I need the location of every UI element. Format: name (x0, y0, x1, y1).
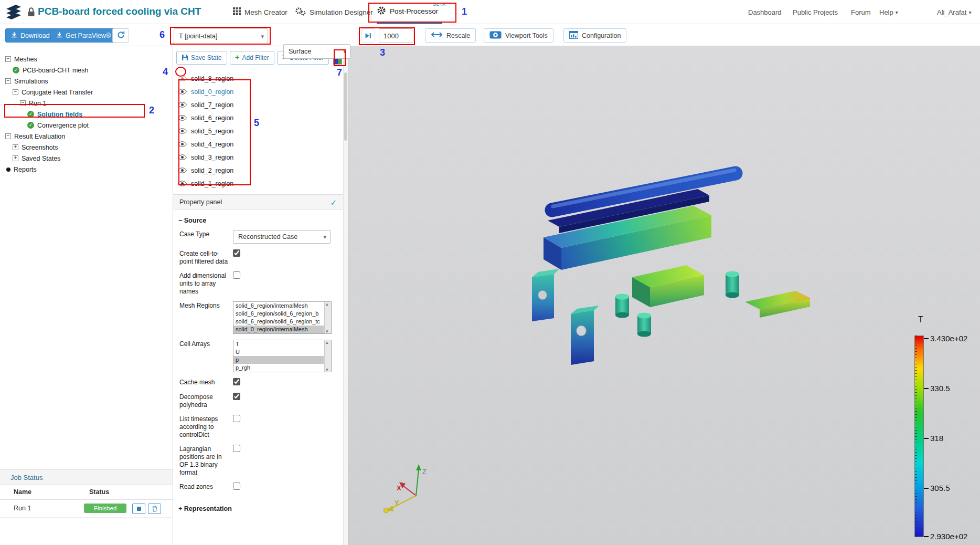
tree-item-label: PCB-board-CHT mesh (23, 67, 89, 74)
tab-mesh-creator[interactable]: Mesh Creator (233, 0, 287, 24)
list-item[interactable]: U (233, 348, 324, 356)
configuration-button[interactable]: Configuration (563, 28, 626, 43)
eye-icon (178, 115, 187, 121)
pipeline-item-solid-8[interactable]: solid_8_region (173, 72, 342, 85)
section-source[interactable]: Source (178, 217, 343, 224)
add-filter-button[interactable]: Add Filter (230, 51, 274, 65)
property-panel-title: Property panel (179, 198, 222, 206)
refresh-button[interactable] (112, 28, 129, 43)
timestep-input[interactable] (379, 28, 413, 43)
pipeline-item-solid-4[interactable]: solid_4_region (173, 138, 342, 151)
mesh-regions-listbox[interactable]: solid_6_region/internalMesh solid_6_regi… (233, 301, 332, 334)
tree-item-result-evaluation[interactable]: Result Evaluation (0, 131, 173, 142)
list-item[interactable]: T (233, 340, 324, 348)
viewport-3d[interactable]: Z X Y (348, 46, 980, 545)
lagrangian-checkbox[interactable] (233, 445, 240, 452)
scrollbar[interactable] (324, 302, 331, 333)
section-label: Representation (184, 505, 232, 512)
job-status-row: Run 1 Finished (0, 500, 173, 518)
pipeline-item-solid-7[interactable]: solid_7_region (173, 98, 342, 111)
rescale-button[interactable]: Rescale (425, 28, 476, 43)
get-paraview-button[interactable]: Get ParaView® (50, 28, 116, 43)
nav-public-projects[interactable]: Public Projects (793, 0, 838, 24)
tree-item-convergence-plot[interactable]: Convergence plot (0, 120, 173, 131)
collapse-icon[interactable] (5, 133, 11, 139)
create-cell-to-point-checkbox[interactable] (233, 249, 240, 257)
tree-item-label: Reports (14, 166, 37, 173)
configuration-label: Configuration (582, 32, 621, 39)
section-representation[interactable]: Representation (178, 505, 343, 512)
tree-item-reports[interactable]: Reports (0, 164, 173, 175)
scrollbar-thumb[interactable] (344, 72, 347, 141)
list-item[interactable]: solid_6_region/internalMesh (233, 302, 324, 310)
bullet-icon (6, 167, 10, 172)
tree-item-run1[interactable]: Run 1 (0, 98, 173, 109)
pipeline-panel: Save State Add Filter Delete Filter soli… (173, 46, 348, 545)
apply-check-icon[interactable] (330, 195, 337, 210)
expand-icon[interactable] (13, 144, 18, 150)
download-label: Download (20, 32, 50, 39)
decompose-polyhedra-checkbox[interactable] (233, 393, 240, 400)
tick-mark (924, 388, 929, 389)
tree-item-saved-states[interactable]: Saved States (0, 153, 173, 164)
tree-item-solution-fields[interactable]: Solution fields (0, 109, 173, 120)
legend-title: T (918, 315, 923, 324)
simscale-logo-icon[interactable] (4, 3, 23, 23)
tree-item-simulations[interactable]: Simulations (0, 76, 173, 87)
download-icon (11, 32, 17, 39)
play-icon (365, 32, 371, 39)
legend-label-4: 305.5 (930, 484, 950, 492)
case-type-selector[interactable]: Reconstructed Case (233, 230, 331, 244)
collapse-icon[interactable] (5, 78, 11, 84)
column-header-name: Name (14, 488, 31, 496)
tree-item-label: Saved States (22, 155, 60, 162)
nav-dashboard[interactable]: Dashboard (748, 0, 782, 24)
representation-selector[interactable]: Surface (283, 44, 350, 59)
download-button[interactable]: Download (5, 28, 56, 43)
viewport-tools-button[interactable]: Viewport Tools (484, 28, 553, 43)
collapse-icon[interactable] (20, 100, 26, 106)
region-label: solid_3_region (191, 154, 233, 161)
legend-label-2: 330.5 (930, 384, 950, 393)
cell-arrays-listbox[interactable]: T U p p_rgh (233, 340, 332, 372)
add-dimensional-units-checkbox[interactable] (233, 271, 240, 279)
pipeline-scrollbar[interactable] (343, 46, 348, 545)
save-state-button[interactable]: Save State (176, 51, 227, 65)
tree-item-meshes[interactable]: Meshes (0, 54, 173, 65)
stop-job-button[interactable] (132, 504, 145, 514)
tree-item-mesh[interactable]: PCB-board-CHT mesh (0, 65, 173, 76)
pipeline-item-solid-0[interactable]: solid_0_region (173, 85, 342, 98)
read-zones-checkbox[interactable] (233, 483, 240, 490)
tree-item-screenshots[interactable]: Screenshots (0, 142, 173, 153)
pipeline-item-solid-3[interactable]: solid_3_region (173, 151, 342, 164)
field-selector[interactable]: T [point-data] (174, 28, 268, 44)
read-zones-row: Read zones (179, 483, 343, 491)
tree-item-label: Result Evaluation (14, 133, 65, 140)
scrollbar[interactable] (324, 340, 331, 372)
list-item-selected[interactable]: solid_0_region/internalMesh (233, 326, 324, 333)
tree-item-cht[interactable]: Conjugate Heat Transfer (0, 87, 173, 98)
collapse-icon[interactable] (5, 56, 11, 62)
delete-job-button[interactable] (148, 504, 161, 514)
tab-post-processor[interactable]: BETA Post-Processor (377, 0, 442, 24)
list-item[interactable]: p_rgh (233, 364, 324, 372)
eye-icon (178, 102, 187, 108)
list-item[interactable]: solid_6_region/solid_6_region_b (233, 310, 324, 318)
list-timesteps-checkbox[interactable] (233, 415, 240, 422)
list-item-selected[interactable]: p (233, 356, 324, 364)
pipeline-item-solid-2[interactable]: solid_2_region (173, 164, 342, 177)
expand-icon[interactable] (13, 155, 18, 161)
tab-simulation-designer[interactable]: Simulation Designer (295, 0, 373, 24)
user-menu[interactable]: Ali_Arafat (937, 0, 971, 24)
pipeline-item-solid-5[interactable]: solid_5_region (173, 124, 342, 138)
list-item[interactable]: solid_6_region/solid_6_region_tc (233, 318, 324, 326)
pipeline-item-solid-1[interactable]: solid_1_region (173, 177, 342, 190)
tick-mark (924, 338, 929, 339)
collapse-icon[interactable] (13, 89, 18, 95)
nav-forum[interactable]: Forum (851, 0, 871, 24)
region-label: solid_1_region (191, 180, 233, 187)
play-button[interactable] (361, 28, 375, 43)
nav-help-menu[interactable]: Help (879, 0, 898, 24)
cache-mesh-checkbox[interactable] (233, 378, 240, 385)
pipeline-item-solid-6[interactable]: solid_6_region (173, 111, 342, 124)
